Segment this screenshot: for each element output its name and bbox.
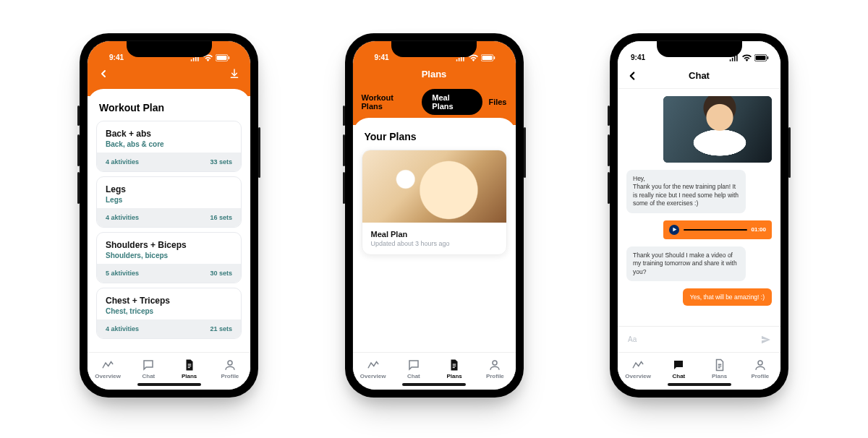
- home-indicator: [668, 383, 731, 386]
- workout-card[interactable]: Back + absBack, abs & core 4 aktivities3…: [96, 121, 242, 172]
- play-button[interactable]: [669, 225, 679, 235]
- section-title: Workout Plan: [99, 102, 239, 113]
- plans-icon: [713, 358, 726, 372]
- svg-rect-1: [217, 56, 227, 60]
- svg-point-13: [493, 361, 497, 365]
- workout-sub: Chest, triceps: [106, 307, 232, 315]
- svg-rect-15: [756, 56, 766, 60]
- plans-segmented-control: Workout Plans Meal Plans Files: [362, 89, 507, 115]
- status-time: 9:41: [375, 53, 389, 61]
- tab-chat[interactable]: Chat: [128, 358, 169, 379]
- battery-icon: [754, 54, 769, 61]
- wifi-icon: [742, 54, 752, 61]
- tab-profile[interactable]: Profile: [475, 358, 515, 379]
- meal-plan-image: [362, 150, 506, 223]
- tab-overview[interactable]: Overview: [353, 358, 393, 379]
- overview-icon: [367, 358, 380, 372]
- back-button[interactable]: [625, 69, 639, 83]
- svg-rect-12: [453, 367, 455, 368]
- tab-label: Plans: [446, 373, 461, 379]
- tab-label: Chat: [672, 373, 685, 379]
- tab-label: Profile: [751, 373, 769, 379]
- svg-marker-17: [673, 228, 676, 232]
- workout-name: Back + abs: [106, 129, 232, 139]
- workout-sets: 21 sets: [210, 325, 232, 332]
- audio-track[interactable]: [684, 229, 747, 231]
- message-input[interactable]: Aa: [625, 332, 759, 348]
- chat-thread: Hey, Thank you for the new training plan…: [618, 89, 780, 326]
- chevron-left-icon: [626, 69, 639, 82]
- workout-name: Shoulders + Biceps: [106, 240, 232, 250]
- home-indicator: [137, 383, 201, 386]
- tab-plans[interactable]: Plans: [434, 358, 475, 379]
- workout-sets: 33 sets: [210, 158, 232, 166]
- play-icon: [672, 227, 677, 232]
- workout-activities: 5 aktivities: [106, 270, 139, 277]
- tab-label: Plans: [712, 373, 727, 379]
- workout-sets: 30 sets: [210, 270, 232, 277]
- plans-icon: [448, 358, 461, 372]
- incoming-message: Hey, Thank you for the new training plan…: [626, 170, 746, 213]
- tab-label: Profile: [486, 373, 504, 379]
- status-time: 9:41: [631, 53, 645, 61]
- svg-rect-3: [187, 364, 191, 365]
- meal-plan-updated: Updated about 3 hours ago: [371, 240, 498, 247]
- workout-card[interactable]: Chest + TricepsChest, triceps 4 aktiviti…: [96, 288, 242, 339]
- status-time: 9:41: [109, 53, 124, 61]
- workout-activities: 4 aktivities: [106, 214, 139, 221]
- svg-rect-5: [187, 367, 190, 368]
- tab-overview[interactable]: Overview: [88, 358, 128, 379]
- section-title: Your Plans: [365, 131, 504, 142]
- svg-rect-11: [453, 366, 456, 366]
- audio-duration: 01:00: [752, 226, 766, 233]
- device-notch: [127, 41, 212, 57]
- chat-icon: [407, 358, 420, 372]
- workout-card[interactable]: LegsLegs 4 aktivities16 sets: [96, 176, 242, 228]
- tab-profile[interactable]: Profile: [740, 358, 780, 379]
- svg-point-6: [228, 361, 232, 365]
- svg-point-18: [758, 361, 762, 365]
- tab-profile[interactable]: Profile: [210, 358, 250, 379]
- incoming-message: Thank you! Should I make a video of my t…: [626, 246, 746, 281]
- tab-meal-plans[interactable]: Meal Plans: [422, 89, 482, 115]
- tab-label: Overview: [625, 373, 651, 379]
- tab-plans[interactable]: Plans: [699, 358, 740, 379]
- page-title: Chat: [689, 70, 710, 81]
- workout-sets: 16 sets: [210, 214, 232, 221]
- meal-plan-card[interactable]: Meal Plan Updated about 3 hours ago: [362, 150, 507, 255]
- phone-workout-plan: 9:41 Wor: [80, 33, 258, 398]
- tab-label: Overview: [95, 373, 121, 379]
- workout-card[interactable]: Shoulders + BicepsShoulders, biceps 5 ak…: [96, 232, 242, 283]
- phone-meal-plans: 9:41 Plans Workout Plans Meal Plans File…: [345, 33, 524, 398]
- send-button[interactable]: [759, 332, 773, 347]
- workout-sub: Legs: [106, 196, 232, 204]
- tab-chat[interactable]: Chat: [393, 358, 434, 379]
- video-message[interactable]: [663, 96, 772, 163]
- chat-icon: [142, 358, 155, 372]
- tab-overview[interactable]: Overview: [618, 358, 658, 379]
- audio-message[interactable]: 01:00: [663, 220, 772, 239]
- tab-chat[interactable]: Chat: [658, 358, 699, 379]
- tab-workout-plans[interactable]: Workout Plans: [362, 93, 417, 111]
- tab-label: Chat: [142, 373, 155, 379]
- workout-activities: 4 aktivities: [106, 325, 139, 332]
- download-button[interactable]: [227, 66, 242, 81]
- page-title: Plans: [362, 69, 507, 80]
- svg-rect-4: [187, 366, 191, 366]
- profile-icon: [754, 358, 767, 372]
- profile-icon: [488, 358, 501, 372]
- svg-rect-9: [493, 56, 495, 59]
- workout-sub: Back, abs & core: [106, 140, 232, 148]
- tab-label: Chat: [407, 373, 420, 379]
- device-notch: [391, 41, 477, 57]
- svg-rect-10: [453, 364, 456, 365]
- tab-label: Plans: [182, 373, 197, 379]
- tab-files[interactable]: Files: [488, 98, 506, 106]
- plans-icon: [183, 358, 196, 372]
- back-button[interactable]: [96, 66, 111, 81]
- mockup-stage: 9:41 Wor: [0, 0, 868, 438]
- svg-rect-16: [767, 56, 769, 59]
- workout-name: Chest + Triceps: [106, 296, 232, 306]
- workout-activities: 4 aktivities: [106, 158, 139, 166]
- tab-plans[interactable]: Plans: [169, 358, 210, 379]
